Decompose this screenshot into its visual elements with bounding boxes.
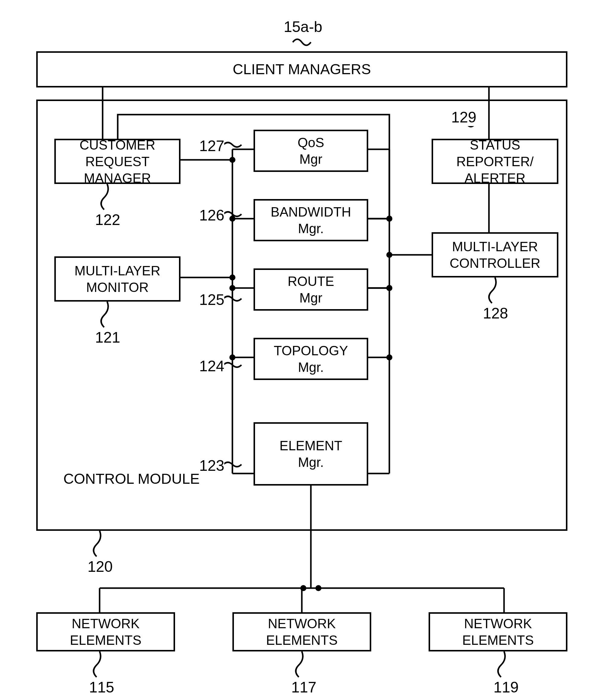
ne3-text: NETWORK ELEMENTS [432,615,564,648]
ne1-text: NETWORK ELEMENTS [40,615,171,648]
route-text: ROUTE Mgr [288,273,334,306]
multi-layer-controller-box: MULTI-LAYER CONTROLLER [432,232,558,277]
ref-120: 120 [88,558,113,575]
ref-122: 122 [95,211,120,229]
band-text: BANDWIDTH Mgr. [271,204,351,237]
crm-text: CUSTOMER REQUEST MANAGER [58,136,176,186]
mlm-text: MULTI-LAYER MONITOR [75,262,160,296]
ref-128: 128 [483,305,508,322]
element-mgr-box: ELEMENT Mgr. [254,422,368,485]
svg-point-38 [315,585,321,591]
ref-115: 115 [89,679,114,696]
elem-text: ELEMENT Mgr. [280,437,342,471]
bandwidth-mgr-box: BANDWIDTH Mgr. [254,199,368,241]
status-text: STATUS REPORTER/ ALERTER [435,136,554,186]
network-elements-1-box: NETWORK ELEMENTS [36,612,175,651]
qos-text: QoS Mgr [297,134,324,167]
status-reporter-box: STATUS REPORTER/ ALERTER [432,139,558,184]
ref-126: 126 [199,207,224,224]
customer-request-manager-box: CUSTOMER REQUEST MANAGER [54,139,181,184]
topo-text: TOPOLOGY Mgr. [274,342,348,375]
mlc-text: MULTI-LAYER CONTROLLER [450,238,541,271]
svg-point-37 [300,585,306,591]
ne2-text: NETWORK ELEMENTS [236,615,367,648]
diagram-canvas: 15a-b CLIENT MANAGERS CONTROL MODULE CUS… [0,0,597,700]
ref-119: 119 [494,679,519,696]
topology-mgr-box: TOPOLOGY Mgr. [254,338,368,380]
route-mgr-box: ROUTE Mgr [254,269,368,311]
control-module-label: CONTROL MODULE [63,471,200,487]
ref-117: 117 [291,679,316,696]
ref-15ab: 15a-b [284,18,323,35]
ref-123: 123 [199,457,224,474]
network-elements-3-box: NETWORK ELEMENTS [429,612,568,651]
client-managers-label: CLIENT MANAGERS [233,60,371,78]
ref-125: 125 [199,291,224,308]
qos-mgr-box: QoS Mgr [254,130,368,172]
ref-127: 127 [199,137,224,155]
ref-129: 129 [451,108,476,126]
ref-124: 124 [199,357,224,375]
ref-121: 121 [95,329,120,346]
multi-layer-monitor-box: MULTI-LAYER MONITOR [54,256,181,302]
network-elements-2-box: NETWORK ELEMENTS [232,612,371,651]
client-managers-box: CLIENT MANAGERS [36,51,568,88]
